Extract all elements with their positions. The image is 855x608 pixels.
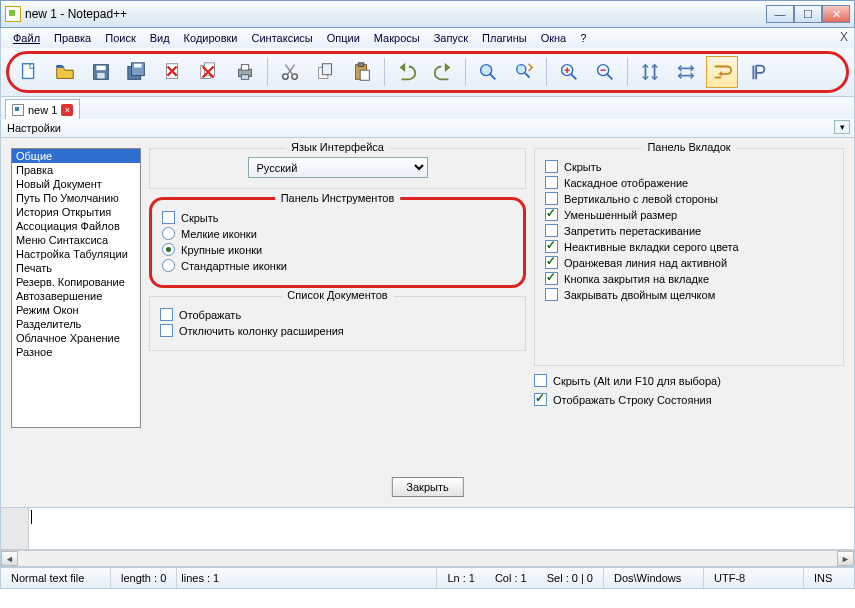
- tb-show-nonprint[interactable]: [742, 56, 774, 88]
- chk-toolbar-hide[interactable]: [162, 211, 175, 224]
- scroll-right-icon[interactable]: ►: [837, 551, 854, 566]
- language-select[interactable]: Русский: [248, 157, 428, 178]
- menu-syntax[interactable]: Синтаксисы: [246, 30, 319, 46]
- tb-sync-horizontal[interactable]: [670, 56, 702, 88]
- minimize-button[interactable]: —: [766, 5, 794, 23]
- chk-tab-vertical[interactable]: [545, 192, 558, 205]
- menu-search[interactable]: Поиск: [99, 30, 141, 46]
- rad-standard-icons[interactable]: [162, 259, 175, 272]
- chk-show-statusbar[interactable]: [534, 393, 547, 406]
- menubar-close-icon[interactable]: X: [840, 30, 848, 44]
- list-item[interactable]: Резерв. Копирование: [12, 275, 140, 289]
- rad-large-icons[interactable]: [162, 243, 175, 256]
- tb-copy[interactable]: [310, 56, 342, 88]
- tb-new-file[interactable]: [13, 56, 45, 88]
- rad-small-icons[interactable]: [162, 227, 175, 240]
- svg-rect-12: [241, 75, 248, 80]
- tb-cut[interactable]: [274, 56, 306, 88]
- list-item[interactable]: Правка: [12, 163, 140, 177]
- tb-open-file[interactable]: [49, 56, 81, 88]
- list-item[interactable]: История Открытия: [12, 205, 140, 219]
- chk-tab-hide[interactable]: [545, 160, 558, 173]
- chk-tab-small[interactable]: [545, 208, 558, 221]
- tb-print[interactable]: [229, 56, 261, 88]
- menu-help[interactable]: ?: [574, 30, 592, 46]
- chk-tab-lock[interactable]: [545, 224, 558, 237]
- chk-doclist-noext[interactable]: [160, 324, 173, 337]
- file-icon: [12, 104, 24, 116]
- tb-close-all[interactable]: [193, 56, 225, 88]
- chk-doclist-show[interactable]: [160, 308, 173, 321]
- toolbar-separator: [546, 58, 547, 86]
- status-encoding: UTF-8: [704, 568, 804, 588]
- file-tab-label: new 1: [28, 104, 57, 116]
- editor-caret: [31, 510, 32, 524]
- group-title: Язык Интерфейса: [285, 141, 390, 153]
- tb-close-file[interactable]: [157, 56, 189, 88]
- tb-sync-vertical[interactable]: [634, 56, 666, 88]
- list-item[interactable]: Меню Синтаксиса: [12, 233, 140, 247]
- chk-tab-multiline[interactable]: [545, 176, 558, 189]
- menu-file[interactable]: Файл: [7, 30, 46, 46]
- tb-word-wrap[interactable]: [706, 56, 738, 88]
- window-titlebar: new 1 - Notepad++ — ☐ ✕: [0, 0, 855, 28]
- list-item[interactable]: Автозавершение: [12, 289, 140, 303]
- tb-find[interactable]: [472, 56, 504, 88]
- scroll-left-icon[interactable]: ◄: [1, 551, 18, 566]
- toolbar-separator: [384, 58, 385, 86]
- maximize-button[interactable]: ☐: [794, 5, 822, 23]
- file-tab-bar: new 1 ×: [0, 97, 855, 119]
- tb-save-all[interactable]: [121, 56, 153, 88]
- svg-rect-16: [322, 64, 331, 75]
- status-filetype: Normal text file: [1, 568, 111, 588]
- settings-category-list[interactable]: Общие Правка Новый Документ Путь По Умол…: [11, 148, 141, 428]
- list-item[interactable]: Режим Окон: [12, 303, 140, 317]
- menu-edit[interactable]: Правка: [48, 30, 97, 46]
- close-button[interactable]: ✕: [822, 5, 850, 23]
- menu-plugins[interactable]: Плагины: [476, 30, 533, 46]
- menu-options[interactable]: Опции: [321, 30, 366, 46]
- editor-area[interactable]: [0, 508, 855, 550]
- chk-tab-dblclose[interactable]: [545, 288, 558, 301]
- tb-zoom-in[interactable]: [553, 56, 585, 88]
- list-item[interactable]: Облачное Хранение: [12, 331, 140, 345]
- tab-close-icon[interactable]: ×: [61, 104, 73, 116]
- chk-tab-orange[interactable]: [545, 256, 558, 269]
- toolbar-separator: [627, 58, 628, 86]
- menu-macros[interactable]: Макросы: [368, 30, 426, 46]
- toolbar-separator: [465, 58, 466, 86]
- horizontal-scrollbar[interactable]: ◄ ►: [0, 550, 855, 567]
- tb-save[interactable]: [85, 56, 117, 88]
- status-bar: Normal text file length : 0 lines : 1 Ln…: [0, 567, 855, 589]
- list-item[interactable]: Разное: [12, 345, 140, 359]
- group-title: Панель Инструментов: [275, 192, 401, 204]
- svg-rect-19: [360, 70, 369, 80]
- status-ln: Ln : 1: [437, 568, 485, 588]
- list-item[interactable]: Путь По Умолчанию: [12, 191, 140, 205]
- menu-windows[interactable]: Окна: [535, 30, 573, 46]
- dialog-close-button[interactable]: Закрыть: [391, 477, 463, 497]
- file-tab[interactable]: new 1 ×: [5, 99, 80, 119]
- tb-zoom-out[interactable]: [589, 56, 621, 88]
- list-item[interactable]: Настройка Табуляции: [12, 247, 140, 261]
- list-item[interactable]: Новый Документ: [12, 177, 140, 191]
- list-item[interactable]: Разделитель: [12, 317, 140, 331]
- menu-view[interactable]: Вид: [144, 30, 176, 46]
- menu-run[interactable]: Запуск: [428, 30, 474, 46]
- list-item[interactable]: Общие: [12, 149, 140, 163]
- tb-redo[interactable]: [427, 56, 459, 88]
- menu-encoding[interactable]: Кодировки: [178, 30, 244, 46]
- list-item[interactable]: Ассоциация Файлов: [12, 219, 140, 233]
- toolbar: [0, 48, 855, 97]
- dialog-collapse-button[interactable]: ▾: [834, 120, 850, 134]
- tb-undo[interactable]: [391, 56, 423, 88]
- tb-paste[interactable]: [346, 56, 378, 88]
- chk-tab-closebtn[interactable]: [545, 272, 558, 285]
- tb-replace[interactable]: [508, 56, 540, 88]
- svg-rect-2: [96, 66, 105, 71]
- status-eol: Dos\Windows: [604, 568, 704, 588]
- chk-hide-menubar[interactable]: [534, 374, 547, 387]
- list-item[interactable]: Печать: [12, 261, 140, 275]
- chk-tab-gray[interactable]: [545, 240, 558, 253]
- group-doclist: Список Документов Отображать Отключить к…: [149, 296, 526, 351]
